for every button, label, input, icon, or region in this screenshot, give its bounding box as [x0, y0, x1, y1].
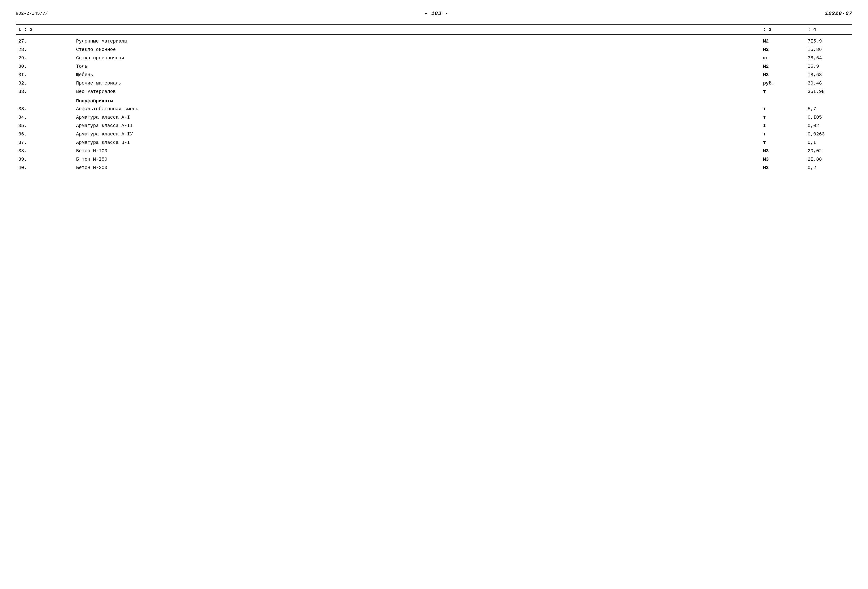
- cell-value: I5,86: [800, 47, 852, 52]
- cell-value: 2I,88: [800, 157, 852, 162]
- cell-unit: М2: [758, 64, 800, 69]
- cell-num: 34.: [16, 115, 74, 120]
- top-divider: [16, 23, 852, 24]
- header-center: - 183 -: [425, 10, 449, 16]
- cell-value: 30,48: [800, 81, 852, 86]
- cell-name: Асфальтобетонная смесь: [74, 106, 758, 111]
- cell-unit: т: [758, 132, 800, 137]
- col-header-3: : 3: [758, 27, 800, 32]
- page-header: 902-2-I45/7/ - 183 - 12228·07: [16, 10, 852, 18]
- table-row: 36. Арматура класса А-IУ т 0,0263: [16, 130, 852, 138]
- cell-unit: М2: [758, 38, 800, 44]
- cell-value: 35I,98: [800, 89, 852, 94]
- cell-value: I8,68: [800, 72, 852, 77]
- table-row: 32. Прочие материалы руб. 30,48: [16, 79, 852, 87]
- cell-name: Прочие материалы: [74, 81, 758, 86]
- table-row: 37. Арматура класса В-I т 0,I: [16, 138, 852, 147]
- cell-name: Толь: [74, 64, 758, 69]
- cell-num: 32.: [16, 81, 74, 86]
- cell-name: Щебень: [74, 72, 758, 77]
- cell-num: 37.: [16, 140, 74, 145]
- cell-num: 29.: [16, 55, 74, 61]
- cell-value: I5,9: [800, 64, 852, 69]
- cell-unit: М3: [758, 72, 800, 77]
- cell-value: 0,0263: [800, 132, 852, 137]
- table-row: 40. Бетон М-200 М3 0,2: [16, 164, 852, 172]
- table-row: 39. Б тон М-I50 М3 2I,88: [16, 155, 852, 164]
- cell-name: Вес материалов: [74, 89, 758, 94]
- cell-num: 27.: [16, 38, 74, 44]
- cell-unit: т: [758, 89, 800, 94]
- cell-unit: М2: [758, 47, 800, 52]
- cell-value: 38,64: [800, 55, 852, 61]
- cell-value: 0,I: [800, 140, 852, 145]
- cell-name: Сетка проволочная: [74, 55, 758, 61]
- cell-num: 33.: [16, 106, 74, 111]
- header-right: 12228·07: [825, 10, 852, 16]
- cell-value: 0,I05: [800, 115, 852, 120]
- cell-value: 7I5,9: [800, 38, 852, 44]
- cell-value: 20,02: [800, 148, 852, 154]
- cell-num: 40.: [16, 165, 74, 170]
- table-row: 30. Толь М2 I5,9: [16, 62, 852, 71]
- cell-name: Арматура класса А-IУ: [74, 132, 758, 137]
- cell-unit: т: [758, 115, 800, 120]
- cell-num: 3I.: [16, 72, 74, 77]
- cell-name: Стекло оконное: [74, 47, 758, 52]
- cell-name: Бетон М-I00: [74, 148, 758, 154]
- cell-num: 38.: [16, 148, 74, 154]
- cell-num: 36.: [16, 132, 74, 137]
- table-row: 29. Сетка проволочная кг 38,64: [16, 54, 852, 62]
- main-table: I : 2 : 3 : 4 27. Рулонные материалы М2 …: [16, 24, 852, 172]
- cell-name: Рулонные материалы: [74, 38, 758, 44]
- cell-num: 30.: [16, 64, 74, 69]
- cell-unit: М3: [758, 157, 800, 162]
- table-row: 38. Бетон М-I00 М3 20,02: [16, 147, 852, 155]
- cell-name: Арматура класса А-II: [74, 123, 758, 128]
- cell-unit: кг: [758, 55, 800, 61]
- table-row: 28. Стекло оконное М2 I5,86: [16, 46, 852, 54]
- cell-num: 28.: [16, 47, 74, 52]
- cell-unit: I: [758, 123, 800, 128]
- table-row: 34. Арматура класса А-I т 0,I05: [16, 113, 852, 121]
- cell-name: Арматура класса А-I: [74, 115, 758, 120]
- cell-name: Бетон М-200: [74, 165, 758, 170]
- table-body: 27. Рулонные материалы М2 7I5,9 28. Стек…: [16, 37, 852, 172]
- col-header-4: : 4: [800, 27, 852, 32]
- cell-num: 39.: [16, 157, 74, 162]
- col-header-2: [74, 27, 758, 32]
- cell-unit: М3: [758, 148, 800, 154]
- cell-name: Б тон М-I50: [74, 157, 758, 162]
- header-left: 902-2-I45/7/: [16, 11, 48, 16]
- table-row: 3I. Щебень М3 I8,68: [16, 71, 852, 79]
- section-header-row: Полуфабрикаты: [16, 96, 852, 105]
- cell-value: 0,02: [800, 123, 852, 128]
- cell-name: Арматура класса В-I: [74, 140, 758, 145]
- cell-value: 5,7: [800, 106, 852, 111]
- cell-unit: т: [758, 140, 800, 145]
- cell-unit: М3: [758, 165, 800, 170]
- section-title: Полуфабрикаты: [74, 98, 758, 104]
- col-header-1: I : 2: [16, 27, 74, 32]
- table-row: 27. Рулонные материалы М2 7I5,9: [16, 37, 852, 46]
- cell-unit: руб.: [758, 81, 800, 86]
- cell-unit: т: [758, 106, 800, 111]
- cell-num: 33.: [16, 89, 74, 94]
- cell-value: 0,2: [800, 165, 852, 170]
- table-row: 33. Вес материалов т 35I,98: [16, 87, 852, 96]
- cell-num: 35.: [16, 123, 74, 128]
- table-row: 35. Арматура класса А-II I 0,02: [16, 121, 852, 130]
- table-row: 33. Асфальтобетонная смесь т 5,7: [16, 105, 852, 113]
- table-header: I : 2 : 3 : 4: [16, 24, 852, 35]
